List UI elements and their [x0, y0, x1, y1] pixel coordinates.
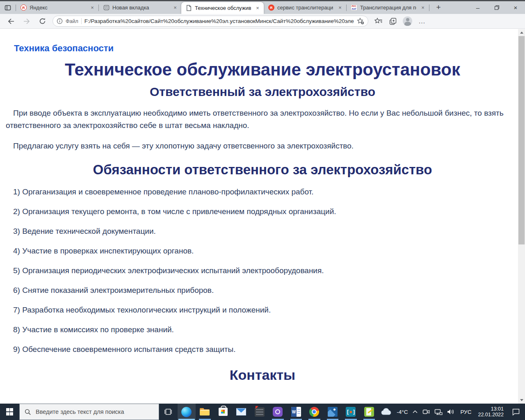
tab-transliteration-service[interactable]: Я сервис транслитерации × [264, 1, 346, 14]
tab-divider [429, 5, 429, 11]
refresh-icon [39, 18, 46, 25]
taskbar-notepad-plus[interactable] [360, 404, 379, 420]
tray-overflow-button[interactable] [410, 404, 420, 420]
task-view-button[interactable] [159, 404, 178, 420]
taskbar-search[interactable] [19, 404, 159, 420]
duty-item: 5) Организация периодических электрофизи… [13, 266, 525, 275]
meet-now-button[interactable] [420, 404, 432, 420]
tab-new-tab[interactable]: Новая вкладка × [99, 1, 181, 14]
taskbar-dev-tool[interactable]: [] [342, 404, 360, 420]
meet-now-camera-icon [422, 409, 430, 415]
forward-button[interactable] [21, 16, 32, 27]
back-button[interactable] [6, 16, 16, 27]
store-icon [219, 408, 228, 416]
restore-icon [495, 5, 499, 10]
action-center-button[interactable] [507, 404, 525, 420]
tab-label: Техническое обслужива [195, 5, 251, 11]
forward-arrow-icon [23, 18, 30, 25]
tab-label: Транслитерация для пои [360, 5, 416, 11]
time-label: 13:01 [478, 406, 504, 412]
weather-button[interactable] [378, 404, 395, 420]
chevron-up-icon [412, 410, 418, 414]
speaker-icon [447, 409, 455, 415]
cloud-icon [380, 408, 393, 416]
safety-techniques-link[interactable]: Техника безопасности [14, 43, 525, 54]
taskbar-utility-app[interactable] [251, 404, 269, 420]
restore-button[interactable] [487, 1, 506, 14]
new-tab-button[interactable]: + [433, 2, 444, 13]
tab-close-icon[interactable]: × [419, 4, 427, 11]
address-divider [81, 18, 82, 24]
window-controls: – × [468, 1, 525, 14]
close-window-button[interactable]: × [506, 1, 525, 14]
collections-button[interactable] [388, 16, 398, 26]
add-favorite-button[interactable] [357, 18, 364, 25]
windows-taskbar: W [] -4°C [0, 404, 525, 420]
taskbar-edge[interactable] [178, 404, 196, 420]
favorites-star-icon [374, 18, 382, 25]
taskbar-file-explorer[interactable] [196, 404, 214, 420]
volume-button[interactable] [445, 404, 457, 420]
clock[interactable]: 13:01 22.01.2022 [475, 404, 507, 420]
tab-close-icon[interactable]: × [254, 5, 261, 12]
taskbar-mail[interactable] [232, 404, 251, 420]
viber-icon [273, 407, 283, 417]
taskbar-viber[interactable] [269, 404, 287, 420]
taskbar-chrome[interactable] [305, 404, 324, 420]
search-input[interactable] [36, 409, 154, 415]
duty-item: 3) Ведение технической документации. [13, 227, 525, 236]
notepad-plus-icon [364, 407, 374, 417]
tab-label: Яндекс [30, 5, 86, 11]
minimize-button[interactable]: – [468, 1, 487, 14]
edge-icon [181, 407, 192, 417]
temperature-label[interactable]: -4°C [395, 404, 410, 420]
info-icon [57, 18, 63, 24]
start-button[interactable] [0, 404, 19, 420]
search-icon [25, 409, 31, 415]
scrollbar-thumb[interactable] [518, 36, 525, 244]
url-text[interactable]: F:/Разработка%20сайтов/Сайт%20обслуживан… [84, 18, 354, 24]
tab-actions-menu-button[interactable] [0, 1, 16, 14]
scheme-label: Файл [66, 18, 78, 24]
page-scrollbar[interactable] [518, 29, 525, 404]
chrome-icon [309, 407, 319, 417]
favorites-button[interactable] [373, 16, 383, 26]
tab-transliteration-search[interactable]: РУСЛАТ Транслитерация для пои × [347, 1, 429, 14]
document-favicon [185, 5, 192, 11]
collections-icon [389, 18, 397, 25]
taskbar-store[interactable] [214, 404, 233, 420]
scroll-up-button[interactable] [518, 29, 525, 36]
browser-toolbar: Файл F:/Разработка%20сайтов/Сайт%20обслу… [0, 14, 525, 29]
language-indicator[interactable]: РУС [457, 404, 475, 420]
tab-actions-icon [5, 5, 11, 11]
rus-lat-favicon: РУСЛАТ [351, 5, 357, 11]
intro-paragraph: При вводе объекта в эксплуатацию необход… [6, 107, 519, 132]
address-bar[interactable]: Файл F:/Разработка%20сайтов/Сайт%20обслу… [52, 16, 368, 27]
taskbar-word[interactable]: W [287, 404, 306, 420]
duty-item: 2) Организация текущего ремонта, в том ч… [13, 207, 525, 216]
mail-icon [236, 408, 246, 415]
refresh-button[interactable] [37, 16, 48, 27]
file-explorer-icon [199, 407, 210, 416]
date-label: 22.01.2022 [478, 412, 504, 418]
offer-paragraph: Предлагаю услугу взять на себя — эту хло… [6, 140, 519, 152]
tab-close-icon[interactable]: × [171, 4, 179, 11]
tab-close-icon[interactable]: × [336, 4, 344, 11]
brackets-icon: [] [346, 407, 356, 417]
action-center-icon [512, 408, 520, 415]
scroll-down-button[interactable] [518, 397, 525, 404]
tab-active-maintenance[interactable]: Техническое обслужива × [181, 2, 264, 14]
tab-close-icon[interactable]: × [89, 4, 96, 11]
duties-heading: Обязанности ответственного за электрохоз… [0, 162, 525, 178]
back-arrow-icon [7, 18, 15, 25]
network-button[interactable] [432, 404, 445, 420]
utility-app-icon [255, 407, 265, 417]
settings-more-button[interactable]: … [417, 16, 427, 26]
profile-avatar[interactable] [403, 16, 412, 26]
page-subtitle: Ответственный за электрохозяйство [0, 85, 525, 99]
system-tray: -4°C [378, 404, 525, 420]
taskbar-photos[interactable] [324, 404, 342, 420]
browser-tab-strip: Я Яндекс × Новая вкладка × [0, 0, 525, 14]
site-info-button[interactable] [57, 18, 63, 24]
tab-yandex[interactable]: Я Яндекс × [16, 1, 98, 14]
